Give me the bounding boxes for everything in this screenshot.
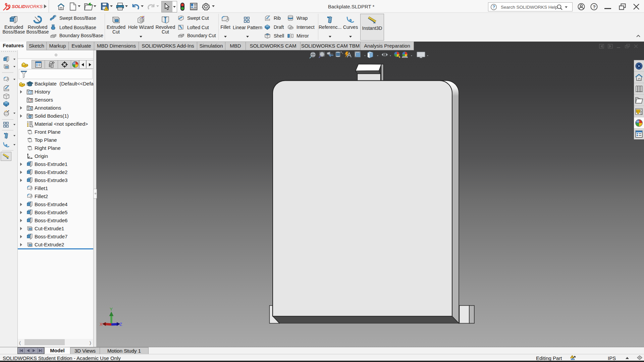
svg-text:X: X <box>100 322 103 327</box>
svg-text:!: ! <box>572 356 572 358</box>
svg-text:?: ? <box>492 5 495 9</box>
svg-text:Z: Z <box>119 322 122 327</box>
svg-text:!: ! <box>106 7 107 11</box>
svg-text:?: ? <box>593 4 595 9</box>
svg-text:SOLID: SOLID <box>12 4 26 9</box>
svg-text:Y: Y <box>110 307 113 312</box>
svg-text:WORKS: WORKS <box>25 4 43 9</box>
